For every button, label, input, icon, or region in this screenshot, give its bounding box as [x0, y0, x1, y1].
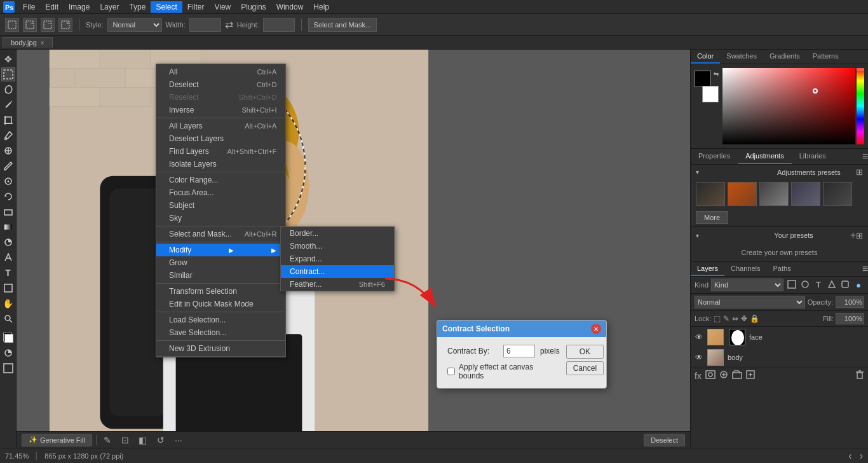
menu-item-inverse[interactable]: Inverse Shift+Ctrl+I	[156, 104, 285, 116]
crop-tool-btn[interactable]	[1, 113, 15, 127]
dodge-tool-btn[interactable]	[1, 235, 15, 249]
presets-grid-btn[interactable]: ⊞	[856, 167, 863, 177]
face-visibility-toggle[interactable]: 👁	[695, 333, 703, 342]
height-input[interactable]	[263, 18, 295, 32]
adjustments-tab[interactable]: Adjustments	[738, 149, 792, 164]
bottom-mask-btn[interactable]: ◧	[136, 433, 150, 447]
menu-edit[interactable]: Edit	[40, 1, 64, 13]
menu-item-isolate-layers[interactable]: Isolate Layers	[156, 158, 285, 170]
patterns-tab[interactable]: Patterns	[806, 50, 845, 64]
kind-filter-select[interactable]: Kind	[711, 279, 783, 291]
menu-item-load-selection[interactable]: Load Selection...	[156, 314, 285, 326]
pen-tool-btn[interactable]	[1, 251, 15, 265]
filter-type-btn[interactable]: T	[813, 279, 824, 291]
dialog-ok-btn[interactable]: OK	[566, 345, 604, 359]
bottom-brush-btn[interactable]: ✎	[100, 433, 114, 447]
layer-row-face[interactable]: 👁 face	[691, 327, 868, 347]
filter-shape-btn[interactable]	[826, 279, 837, 291]
width-input[interactable]	[189, 18, 221, 32]
menu-item-subject[interactable]: Subject	[156, 199, 285, 212]
menu-image[interactable]: Image	[64, 1, 95, 13]
style-select[interactable]: Normal Fixed Ratio Fixed Size	[107, 18, 162, 32]
paths-tab[interactable]: Paths	[767, 262, 797, 276]
menu-item-color-range[interactable]: Color Range...	[156, 174, 285, 186]
body-visibility-toggle[interactable]: 👁	[695, 353, 703, 362]
properties-tab[interactable]: Properties	[691, 149, 738, 164]
preset-4[interactable]	[791, 182, 820, 206]
statusbar-left-scroll[interactable]: ‹	[848, 450, 851, 462]
blend-mode-select[interactable]: Normal	[695, 296, 805, 308]
menu-item-modify[interactable]: Modify ▶	[156, 244, 285, 256]
eyedropper-btn[interactable]	[1, 128, 15, 142]
menu-type[interactable]: Type	[124, 1, 151, 13]
menu-item-grow[interactable]: Grow	[156, 256, 285, 269]
menu-item-transform-selection[interactable]: Transform Selection	[156, 285, 285, 298]
add-selection-btn[interactable]: +	[23, 18, 37, 32]
add-new-layer-btn[interactable]	[746, 370, 755, 381]
foreground-swatch[interactable]	[695, 71, 711, 87]
menu-layer[interactable]: Layer	[95, 1, 124, 13]
preset-2[interactable]	[728, 182, 757, 206]
layers-panel-menu-btn[interactable]: ≡	[862, 263, 868, 275]
modify-expand[interactable]: Expand...	[281, 252, 394, 265]
menu-item-all-layers[interactable]: All Layers Alt+Ctrl+A	[156, 120, 285, 132]
collapse-your-presets-icon[interactable]: ▾	[696, 232, 771, 239]
bottom-rotate-btn[interactable]: ↺	[154, 433, 168, 447]
select-and-mask-button[interactable]: Select and Mask...	[308, 18, 377, 32]
preset-1[interactable]	[696, 182, 725, 206]
zoom-tool-btn[interactable]	[1, 312, 15, 326]
swatches-tab[interactable]: Swatches	[720, 50, 763, 64]
dialog-close-btn[interactable]: ✕	[591, 324, 601, 334]
gradients-tab[interactable]: Gradients	[763, 50, 806, 64]
brush-tool-btn[interactable]	[1, 159, 15, 173]
channels-tab[interactable]: Channels	[724, 262, 766, 276]
background-swatch[interactable]	[702, 86, 719, 102]
add-adjustment-btn[interactable]	[719, 370, 728, 381]
gradient-btn[interactable]	[1, 220, 15, 234]
modify-border[interactable]: Border...	[281, 227, 394, 240]
menu-item-save-selection[interactable]: Save Selection...	[156, 326, 285, 339]
menu-item-all[interactable]: All Ctrl+A	[156, 66, 285, 78]
menu-help[interactable]: Help	[308, 1, 334, 13]
subtract-selection-btn[interactable]: −	[41, 18, 55, 32]
menu-filter[interactable]: Filter	[182, 1, 210, 13]
selection-tool-btn[interactable]	[1, 67, 15, 81]
hand-tool-btn[interactable]: ✋	[1, 296, 15, 310]
eraser-btn[interactable]	[1, 205, 15, 219]
more-presets-btn[interactable]: More	[696, 211, 728, 224]
preset-3[interactable]	[759, 182, 789, 206]
canvas-bounds-checkbox[interactable]	[447, 368, 455, 375]
lock-transparent-btn[interactable]: ⬚	[714, 314, 721, 323]
dialog-cancel-btn[interactable]: Cancel	[566, 361, 604, 375]
clone-stamp-btn[interactable]	[1, 174, 15, 188]
layers-tab[interactable]: Layers	[691, 262, 724, 276]
filter-adjustment-btn[interactable]	[799, 279, 811, 291]
add-layer-style-btn[interactable]: fx	[695, 371, 702, 381]
menu-plugins[interactable]: Plugins	[236, 1, 271, 13]
menu-item-find-layers[interactable]: Find Layers Alt+Shift+Ctrl+F	[156, 145, 285, 158]
filter-toggle-btn[interactable]: ●	[853, 279, 864, 291]
lock-all-btn[interactable]: 🔒	[750, 314, 759, 323]
shape-tool-btn[interactable]	[1, 281, 15, 295]
add-group-btn[interactable]	[732, 370, 742, 381]
panel-menu-btn[interactable]: ≡	[862, 151, 868, 162]
preset-5[interactable]	[823, 182, 852, 206]
menu-item-deselect[interactable]: Deselect Ctrl+D	[156, 78, 285, 91]
filter-pixel-btn[interactable]	[786, 279, 797, 291]
color-tab[interactable]: Color	[691, 50, 720, 64]
libraries-tab[interactable]: Libraries	[792, 149, 834, 164]
menu-item-focus-area[interactable]: Focus Area...	[156, 186, 285, 199]
file-tab[interactable]: body.jpg ×	[3, 37, 53, 48]
bottom-transform-btn[interactable]: ⊡	[118, 433, 132, 447]
move-tool-btn[interactable]: ✥	[1, 52, 15, 66]
contract-by-input[interactable]	[503, 345, 535, 357]
lasso-tool-btn[interactable]	[1, 83, 15, 97]
new-selection-btn[interactable]	[5, 18, 19, 32]
menu-view[interactable]: View	[209, 1, 236, 13]
menu-file[interactable]: File	[18, 1, 40, 13]
menu-item-quick-mask[interactable]: Edit in Quick Mask Mode	[156, 298, 285, 310]
modify-smooth[interactable]: Smooth...	[281, 240, 394, 252]
hue-bar[interactable]	[857, 68, 864, 144]
delete-layer-btn[interactable]	[855, 370, 864, 381]
history-brush-btn[interactable]	[1, 190, 15, 204]
